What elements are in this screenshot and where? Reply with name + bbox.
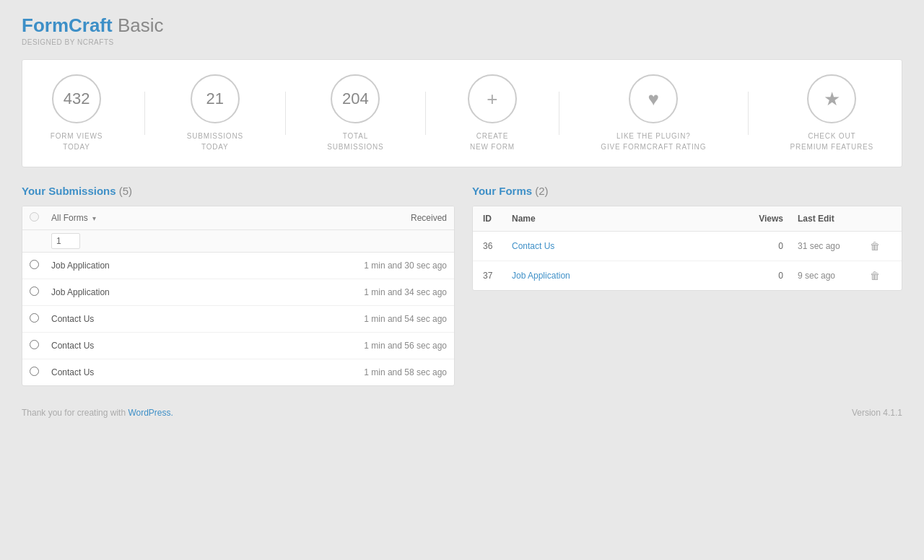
stat-circle-create-form: + bbox=[468, 74, 517, 123]
stat-value-form-views: 432 bbox=[64, 89, 90, 108]
stat-create-new-form[interactable]: + CREATE NEW FORM bbox=[468, 74, 517, 152]
row4-form-name: Contact Us bbox=[51, 341, 346, 351]
trash-icon-form2[interactable]: 🗑 bbox=[870, 270, 880, 281]
chevron-down-icon: ▾ bbox=[92, 214, 96, 222]
form2-views: 0 bbox=[740, 271, 783, 281]
row1-radio-col[interactable] bbox=[30, 260, 51, 271]
stat-circle-premium: ★ bbox=[807, 74, 856, 123]
footer-thank-you: Thank you for creating with bbox=[22, 408, 128, 418]
form-filter-wrap[interactable]: All Forms ▾ bbox=[51, 213, 346, 223]
forms-panel-title: Your Forms (2) bbox=[472, 185, 902, 197]
brand-name: FormCraft bbox=[22, 14, 113, 36]
form2-last-edit: 9 sec ago bbox=[783, 271, 870, 281]
row2-received-time: 1 min and 34 sec ago bbox=[346, 287, 447, 297]
stat-circle-form-views: 432 bbox=[52, 74, 101, 123]
row2-form-name: Job Application bbox=[51, 287, 346, 297]
form-filter-label: All Forms bbox=[51, 213, 88, 223]
star-icon: ★ bbox=[824, 88, 840, 110]
row3-form-name: Contact Us bbox=[51, 314, 346, 324]
stat-label-submissions-today: SUBMISSIONS TODAY bbox=[187, 131, 243, 152]
row1-radio[interactable] bbox=[30, 260, 39, 269]
stat-value-total-submissions: 204 bbox=[342, 89, 369, 108]
forms-col-id-header: ID bbox=[483, 214, 512, 224]
submissions-panel: Your Submissions (5) All Forms ▾ Receive… bbox=[22, 185, 455, 386]
form2-delete-action[interactable]: 🗑 bbox=[870, 270, 892, 281]
form1-id: 36 bbox=[483, 241, 512, 251]
forms-row-2: 37 Job Application 0 9 sec ago 🗑 bbox=[473, 261, 902, 290]
forms-row-1: 36 Contact Us 0 31 sec ago 🗑 bbox=[473, 232, 902, 261]
submissions-search-row bbox=[22, 230, 454, 253]
forms-panel: Your Forms (2) ID Name Views Last Edit 3… bbox=[472, 185, 902, 291]
stat-divider-5 bbox=[748, 92, 749, 135]
form1-last-edit: 31 sec ago bbox=[783, 241, 870, 251]
footer-left: Thank you for creating with WordPress. bbox=[22, 408, 173, 418]
stat-label-premium: CHECK OUT PREMIUM FEATURES bbox=[790, 131, 873, 152]
stat-divider-3 bbox=[425, 92, 426, 135]
stat-label-like: LIKE THE PLUGIN? GIVE FORMCRAFT RATING bbox=[601, 131, 706, 152]
row3-radio[interactable] bbox=[30, 313, 39, 323]
submissions-count: (5) bbox=[119, 185, 132, 197]
stat-divider-4 bbox=[559, 92, 559, 135]
submissions-title-text: Your Submissions bbox=[22, 185, 116, 197]
forms-col-name-header: Name bbox=[512, 214, 740, 224]
title-suffix: Basic bbox=[113, 14, 164, 36]
form2-id: 37 bbox=[483, 271, 512, 281]
submission-row-2: Job Application 1 min and 34 sec ago bbox=[22, 279, 454, 306]
received-header: Received bbox=[346, 213, 447, 223]
submissions-panel-title: Your Submissions (5) bbox=[22, 185, 455, 197]
app-title: FormCraft Basic bbox=[22, 14, 902, 37]
stat-premium-features[interactable]: ★ CHECK OUT PREMIUM FEATURES bbox=[790, 74, 873, 152]
row4-radio-col[interactable] bbox=[30, 340, 51, 351]
submission-row-5: Contact Us 1 min and 58 sec ago bbox=[22, 359, 454, 385]
row2-radio[interactable] bbox=[30, 286, 39, 296]
stat-circle-total-submissions: 204 bbox=[331, 74, 380, 123]
row3-radio-col[interactable] bbox=[30, 313, 51, 325]
row2-radio-col[interactable] bbox=[30, 286, 51, 298]
trash-icon-form1[interactable]: 🗑 bbox=[870, 240, 880, 252]
stat-circle-like: ♥ bbox=[629, 74, 678, 123]
plus-icon: + bbox=[487, 88, 497, 110]
forms-col-views-header: Views bbox=[740, 214, 783, 224]
submissions-table: All Forms ▾ Received Job Application 1 m… bbox=[22, 206, 455, 386]
header-radio-col bbox=[30, 212, 51, 224]
form1-name[interactable]: Contact Us bbox=[512, 241, 740, 251]
row1-received-time: 1 min and 30 sec ago bbox=[346, 261, 447, 271]
app-header: FormCraft Basic DESIGNED BY NCRAFTS bbox=[22, 14, 902, 46]
form2-name[interactable]: Job Application bbox=[512, 271, 740, 281]
submission-row-4: Contact Us 1 min and 56 sec ago bbox=[22, 333, 454, 359]
row3-received-time: 1 min and 54 sec ago bbox=[346, 314, 447, 324]
footer-version: Version 4.1.1 bbox=[852, 408, 902, 418]
main-content: Your Submissions (5) All Forms ▾ Receive… bbox=[22, 185, 902, 386]
wordpress-link[interactable]: WordPress. bbox=[128, 408, 173, 418]
stat-divider-2 bbox=[285, 92, 286, 135]
form1-views: 0 bbox=[740, 241, 783, 251]
submission-search-input[interactable] bbox=[51, 233, 80, 249]
stat-submissions-today[interactable]: 21 SUBMISSIONS TODAY bbox=[187, 74, 243, 152]
stat-total-submissions[interactable]: 204 TOTAL SUBMISSIONS bbox=[327, 74, 383, 152]
app-subtitle: DESIGNED BY NCRAFTS bbox=[22, 38, 902, 46]
heart-icon: ♥ bbox=[648, 88, 659, 110]
stat-like-plugin[interactable]: ♥ LIKE THE PLUGIN? GIVE FORMCRAFT RATING bbox=[601, 74, 706, 152]
row4-radio[interactable] bbox=[30, 340, 39, 349]
stat-form-views-today[interactable]: 432 FORM VIEWS TODAY bbox=[51, 74, 103, 152]
stat-divider-1 bbox=[144, 92, 145, 135]
select-all-radio[interactable] bbox=[30, 212, 39, 222]
forms-title-text: Your Forms bbox=[472, 185, 532, 197]
row4-received-time: 1 min and 56 sec ago bbox=[346, 341, 447, 351]
form1-delete-action[interactable]: 🗑 bbox=[870, 240, 892, 252]
stat-value-submissions-today: 21 bbox=[206, 89, 224, 108]
submission-row-1: Job Application 1 min and 30 sec ago bbox=[22, 253, 454, 279]
stat-label-total-submissions: TOTAL SUBMISSIONS bbox=[327, 131, 383, 152]
row5-radio[interactable] bbox=[30, 367, 39, 376]
forms-count: (2) bbox=[535, 185, 548, 197]
stat-label-create-form: CREATE NEW FORM bbox=[470, 131, 515, 152]
stat-label-form-views: FORM VIEWS TODAY bbox=[51, 131, 103, 152]
forms-table-header: ID Name Views Last Edit bbox=[473, 206, 902, 232]
row5-radio-col[interactable] bbox=[30, 367, 51, 378]
row5-received-time: 1 min and 58 sec ago bbox=[346, 367, 447, 377]
submission-row-3: Contact Us 1 min and 54 sec ago bbox=[22, 306, 454, 333]
row1-form-name: Job Application bbox=[51, 261, 346, 271]
row5-form-name: Contact Us bbox=[51, 367, 346, 377]
page-footer: Thank you for creating with WordPress. V… bbox=[22, 408, 902, 418]
page-wrapper: FormCraft Basic DESIGNED BY NCRAFTS 432 … bbox=[0, 0, 924, 432]
